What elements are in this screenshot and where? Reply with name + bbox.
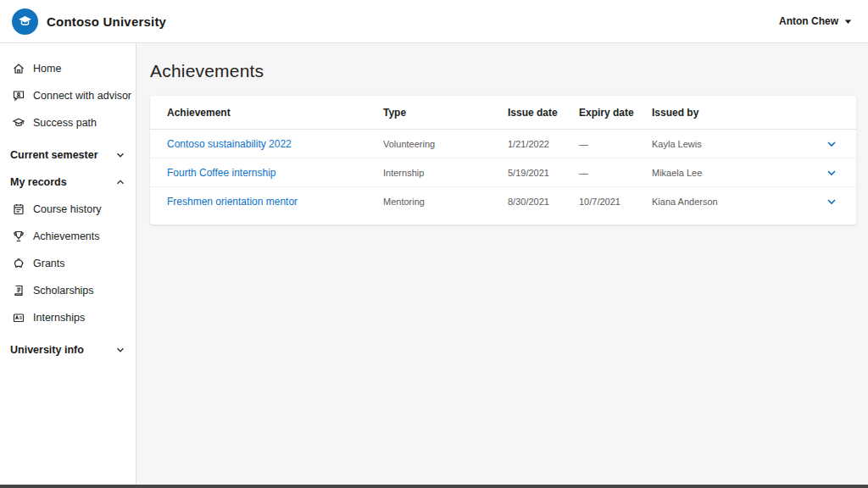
cell-expiry-date: —	[579, 168, 652, 178]
sidebar-item-success-path[interactable]: Success path	[0, 109, 136, 136]
sidebar-section-my-records[interactable]: My records	[0, 169, 136, 196]
col-header-issued-by: Issued by	[652, 107, 805, 119]
col-header-achievement: Achievement	[167, 107, 383, 119]
achievement-link[interactable]: Fourth Coffee internship	[167, 167, 383, 179]
table-row: Fourth Coffee internship Internship 5/19…	[150, 158, 856, 187]
brand: Contoso University	[12, 8, 166, 35]
expand-row-chevron-icon[interactable]	[824, 194, 839, 209]
app-title: Contoso University	[47, 14, 166, 29]
calendar-icon	[11, 202, 25, 217]
sidebar-item-label: Internships	[33, 312, 85, 324]
chevron-up-icon	[115, 177, 125, 187]
sidebar-section-current-semester[interactable]: Current semester	[0, 141, 136, 169]
sidebar-item-connect-with-advisor[interactable]: Connect with advisor	[0, 82, 136, 109]
trophy-icon	[11, 230, 25, 244]
cell-issue-date: 1/21/2022	[508, 139, 579, 149]
cell-expiry-date: —	[579, 139, 652, 149]
cell-issued-by: Kayla Lewis	[652, 139, 805, 149]
top-bar: Contoso University Anton Chew	[0, 0, 868, 43]
sidebar-item-label: Connect with advisor	[33, 90, 131, 102]
main-content: Achievements Achievement Type Issue date…	[136, 43, 868, 488]
scroll-icon	[11, 284, 25, 298]
sidebar-section-label: My records	[10, 176, 67, 188]
sidebar: Home Connect with advisor Success path	[0, 43, 136, 488]
sidebar-item-label: Home	[33, 63, 61, 75]
sidebar-item-grants[interactable]: Grants	[0, 250, 136, 277]
expand-row-chevron-icon[interactable]	[824, 165, 839, 180]
cell-type: Volunteering	[383, 139, 508, 149]
sidebar-item-course-history[interactable]: Course history	[0, 196, 136, 223]
table-row: Contoso sustainability 2022 Volunteering…	[150, 130, 856, 158]
cell-type: Internship	[383, 168, 508, 178]
col-header-expiry-date: Expiry date	[579, 107, 652, 119]
sidebar-item-home[interactable]: Home	[0, 55, 136, 82]
page-title: Achievements	[150, 61, 856, 81]
cell-issued-by: Kiana Anderson	[652, 197, 805, 207]
expand-row-chevron-icon[interactable]	[824, 136, 839, 152]
sidebar-section-label: Current semester	[10, 149, 98, 161]
home-icon	[11, 62, 25, 76]
sidebar-item-label: Grants	[33, 258, 65, 269]
user-name: Anton Chew	[779, 15, 838, 27]
sidebar-item-label: Course history	[33, 203, 102, 215]
table-row: Freshmen orientation mentor Mentoring 8/…	[150, 187, 856, 216]
col-header-issue-date: Issue date	[508, 107, 579, 119]
chat-advisor-icon	[11, 89, 25, 103]
piggy-bank-icon	[11, 257, 25, 271]
chevron-down-icon	[115, 345, 125, 355]
sidebar-item-label: Success path	[33, 117, 97, 129]
chevron-down-icon	[115, 150, 125, 160]
cell-issue-date: 8/30/2021	[508, 197, 579, 207]
achievement-link[interactable]: Freshmen orientation mentor	[167, 196, 383, 208]
sidebar-item-internships[interactable]: Internships	[0, 304, 136, 331]
cell-expiry-date: 10/7/2021	[579, 197, 652, 207]
achievements-card: Achievement Type Issue date Expiry date …	[150, 96, 856, 225]
id-badge-icon	[11, 311, 25, 325]
table-header-row: Achievement Type Issue date Expiry date …	[150, 96, 856, 130]
sidebar-item-achievements[interactable]: Achievements	[0, 223, 136, 250]
window-bottom-edge	[0, 485, 868, 488]
sidebar-item-label: Achievements	[33, 230, 100, 242]
graduation-cap-icon	[11, 116, 25, 130]
caret-down-icon	[843, 17, 853, 26]
sidebar-section-university-info[interactable]: University info	[0, 336, 136, 363]
achievement-link[interactable]: Contoso sustainability 2022	[167, 138, 383, 150]
sidebar-item-label: Scholarships	[33, 285, 94, 297]
cell-type: Mentoring	[383, 197, 508, 207]
sidebar-section-label: University info	[10, 344, 84, 356]
cell-issue-date: 5/19/2021	[508, 168, 579, 178]
university-logo-icon	[12, 8, 38, 35]
col-header-type: Type	[383, 107, 508, 119]
user-menu[interactable]: Anton Chew	[779, 15, 853, 27]
cell-issued-by: Mikaela Lee	[652, 168, 805, 178]
app-window: Contoso University Anton Chew Home	[0, 0, 868, 488]
sidebar-item-scholarships[interactable]: Scholarships	[0, 277, 136, 304]
